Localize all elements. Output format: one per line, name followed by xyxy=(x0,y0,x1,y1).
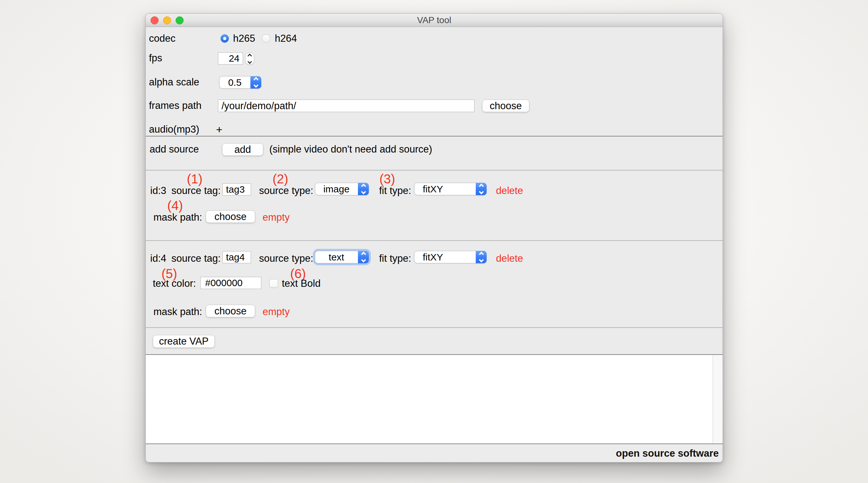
audio-add-icon[interactable]: + xyxy=(216,123,222,136)
output-scrollbar[interactable] xyxy=(713,355,722,444)
add-source-label: add source xyxy=(150,143,199,156)
annotation-2: (2) xyxy=(273,173,288,185)
fit-type-label: fit type: xyxy=(379,252,411,265)
fit-type-value: fitXY xyxy=(414,251,475,263)
audio-label: audio(mp3) xyxy=(149,123,199,136)
select-arrows-icon xyxy=(250,76,261,89)
separator xyxy=(146,327,722,328)
mask-path-status: empty xyxy=(262,305,289,318)
text-color-label: text color: xyxy=(153,277,196,290)
frames-path-input[interactable] xyxy=(218,99,474,112)
select-arrows-icon xyxy=(358,251,369,263)
annotation-4: (4) xyxy=(167,199,183,212)
app-window: VAP tool codec h265 h264 fps alpha scale… xyxy=(146,13,723,462)
delete-link[interactable]: delete xyxy=(496,252,523,265)
radio-h264-label[interactable]: h264 xyxy=(275,32,297,45)
fit-type-select[interactable]: fitXY xyxy=(414,183,487,195)
add-source-button[interactable]: add xyxy=(222,143,263,156)
source-id-label: id:4 xyxy=(150,252,166,265)
text-color-input[interactable] xyxy=(200,277,261,289)
output-log[interactable] xyxy=(146,354,722,444)
annotation-1: (1) xyxy=(187,173,203,185)
text-bold-checkbox[interactable] xyxy=(269,279,278,288)
select-arrows-icon xyxy=(476,251,487,263)
select-arrows-icon xyxy=(358,183,369,195)
source-id-label: id:3 xyxy=(150,184,166,197)
delete-link[interactable]: delete xyxy=(496,184,523,197)
titlebar[interactable]: VAP tool xyxy=(146,14,722,27)
radio-h265[interactable] xyxy=(220,34,229,43)
source-type-label: source type: xyxy=(259,184,313,197)
source-tag-input[interactable] xyxy=(222,183,251,195)
source-type-value: image xyxy=(315,183,358,195)
source-type-value: text xyxy=(315,251,358,263)
alpha-scale-value: 0.5 xyxy=(220,77,250,88)
separator xyxy=(146,136,722,137)
source-type-label: source type: xyxy=(259,252,313,265)
frames-path-choose-button[interactable]: choose xyxy=(482,99,529,112)
fps-input[interactable] xyxy=(218,52,243,65)
text-bold-label[interactable]: text Bold xyxy=(282,277,321,290)
add-source-note: (simple video don't need add source) xyxy=(269,143,432,156)
frames-path-label: frames path xyxy=(149,99,202,112)
fit-type-select[interactable]: fitXY xyxy=(414,251,487,263)
create-vap-button[interactable]: create VAP xyxy=(153,335,215,348)
alpha-scale-select[interactable]: 0.5 xyxy=(219,76,261,89)
mask-path-label: mask path: xyxy=(153,305,202,318)
fit-type-value: fitXY xyxy=(414,183,475,195)
status-bar-text: open source software xyxy=(616,448,719,459)
annotation-3: (3) xyxy=(379,173,395,185)
codec-label: codec xyxy=(149,32,176,45)
source-type-select[interactable]: image xyxy=(315,183,369,195)
source-tag-label: source tag: xyxy=(172,184,220,197)
mask-path-choose-button[interactable]: choose xyxy=(206,305,255,317)
radio-h265-label[interactable]: h265 xyxy=(233,32,255,45)
stepper-down-icon[interactable] xyxy=(248,59,252,64)
mask-path-label: mask path: xyxy=(153,211,202,224)
source-tag-label: source tag: xyxy=(172,252,220,265)
radio-h264[interactable] xyxy=(262,34,270,43)
status-bar: open source software xyxy=(146,445,722,462)
separator xyxy=(146,170,722,171)
alpha-scale-label: alpha scale xyxy=(149,76,199,89)
window-title: VAP tool xyxy=(146,14,722,27)
source-tag-input[interactable] xyxy=(222,251,251,263)
stepper-up-icon[interactable] xyxy=(248,53,252,58)
fit-type-label: fit type: xyxy=(379,184,411,197)
mask-path-choose-button[interactable]: choose xyxy=(206,210,255,223)
select-arrows-icon xyxy=(476,183,487,195)
mask-path-status: empty xyxy=(262,211,289,224)
source-type-select[interactable]: text xyxy=(315,251,369,263)
separator xyxy=(146,240,722,241)
fps-stepper[interactable] xyxy=(245,52,254,65)
fps-label: fps xyxy=(149,52,162,65)
